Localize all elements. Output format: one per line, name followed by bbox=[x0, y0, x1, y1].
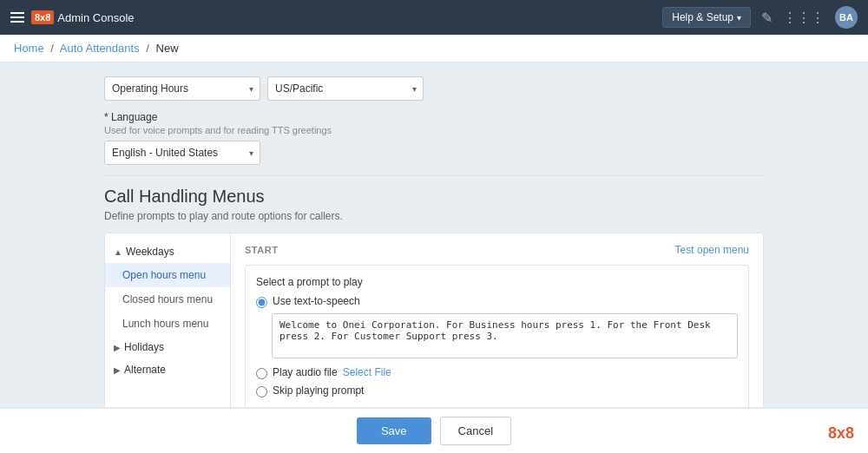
avatar[interactable]: BA bbox=[835, 6, 858, 29]
call-handling-subtitle: Define prompts to play and route options… bbox=[104, 210, 764, 222]
menus-right-panel: START Test open menu Select a prompt to … bbox=[231, 233, 763, 407]
language-label: * Language bbox=[104, 111, 764, 123]
start-bar: START Test open menu bbox=[245, 244, 749, 256]
brand-bottom-right: 8x8 bbox=[828, 424, 854, 443]
alternate-label: Alternate bbox=[124, 364, 166, 376]
tts-option: Use text-to-speech bbox=[256, 295, 738, 308]
brand-label: Admin Console bbox=[57, 11, 134, 24]
timezone-select[interactable]: US/Pacific bbox=[267, 76, 424, 101]
tts-label: Use text-to-speech bbox=[273, 295, 360, 307]
help-setup-label: Help & Setup bbox=[672, 11, 733, 23]
chevron-right-icon: ▶ bbox=[114, 365, 121, 375]
select-file-link[interactable]: Select File bbox=[343, 366, 391, 378]
prompt-title: Select a prompt to play bbox=[256, 276, 738, 288]
operating-hours-row: Operating Hours ▾ US/Pacific ▾ bbox=[104, 76, 764, 101]
top-navigation: 8x8 Admin Console Help & Setup ▾ ✎ ⋮⋮⋮ B… bbox=[0, 0, 868, 35]
language-section: * Language Used for voice prompts and fo… bbox=[104, 111, 764, 165]
edit-icon[interactable]: ✎ bbox=[761, 10, 773, 26]
call-handling-title: Call Handling Menus bbox=[104, 187, 764, 207]
section-divider bbox=[104, 175, 764, 176]
grid-icon[interactable]: ⋮⋮⋮ bbox=[783, 10, 825, 26]
language-select[interactable]: English - United States bbox=[104, 141, 260, 165]
brand: 8x8 Admin Console bbox=[31, 10, 135, 24]
breadcrumb-sep-1: / bbox=[50, 42, 54, 55]
closed-hours-menu-item[interactable]: Closed hours menu bbox=[105, 287, 230, 312]
brand-logo: 8x8 bbox=[31, 10, 54, 24]
chevron-up-icon: ▲ bbox=[114, 247, 122, 257]
menus-sidebar: ▲ Weekdays Open hours menu Closed hours … bbox=[105, 233, 231, 407]
chevron-down-icon: ▾ bbox=[737, 13, 741, 23]
breadcrumb-sep-2: / bbox=[146, 42, 149, 55]
tts-radio[interactable] bbox=[256, 297, 267, 308]
operating-hours-select[interactable]: Operating Hours bbox=[104, 76, 260, 101]
alternate-section-header[interactable]: ▶ Alternate bbox=[105, 358, 230, 381]
timezone-select-wrapper: US/Pacific ▾ bbox=[267, 76, 424, 101]
test-open-menu-link[interactable]: Test open menu bbox=[675, 244, 749, 256]
cancel-button[interactable]: Cancel bbox=[440, 417, 511, 445]
menus-panel: ▲ Weekdays Open hours menu Closed hours … bbox=[104, 233, 764, 407]
skip-label: Skip playing prompt bbox=[273, 384, 364, 397]
language-hint: Used for voice prompts and for reading T… bbox=[104, 125, 764, 135]
start-label: START bbox=[245, 245, 278, 255]
skip-radio[interactable] bbox=[256, 386, 267, 397]
tts-textarea[interactable] bbox=[272, 313, 738, 358]
prompt-box: Select a prompt to play Use text-to-spee… bbox=[245, 265, 749, 407]
audio-option: Play audio file Select File bbox=[256, 366, 738, 379]
help-setup-button[interactable]: Help & Setup ▾ bbox=[662, 7, 751, 28]
open-hours-menu-item[interactable]: Open hours menu bbox=[105, 263, 230, 287]
breadcrumb: Home / Auto Attendants / New bbox=[0, 35, 868, 62]
audio-label: Play audio file bbox=[273, 366, 338, 378]
holidays-section-header[interactable]: ▶ Holidays bbox=[105, 336, 230, 358]
breadcrumb-home[interactable]: Home bbox=[14, 42, 44, 55]
chevron-right-icon: ▶ bbox=[114, 343, 121, 352]
operating-hours-select-wrapper: Operating Hours ▾ bbox=[104, 76, 260, 101]
weekdays-section-header[interactable]: ▲ Weekdays bbox=[105, 240, 230, 263]
nav-right: Help & Setup ▾ ✎ ⋮⋮⋮ BA bbox=[662, 6, 858, 29]
skip-option: Skip playing prompt bbox=[256, 384, 738, 397]
language-select-wrapper: English - United States ▾ bbox=[104, 141, 260, 165]
call-handling-section: Call Handling Menus Define prompts to pl… bbox=[104, 187, 764, 407]
lunch-hours-menu-item[interactable]: Lunch hours menu bbox=[105, 312, 230, 336]
footer: Save Cancel bbox=[0, 408, 868, 453]
weekdays-label: Weekdays bbox=[126, 246, 174, 258]
audio-radio[interactable] bbox=[256, 368, 267, 379]
save-button[interactable]: Save bbox=[357, 417, 431, 444]
nav-left: 8x8 Admin Console bbox=[10, 10, 135, 24]
main-content: Operating Hours ▾ US/Pacific ▾ * Languag… bbox=[0, 62, 868, 407]
hamburger-menu-icon[interactable] bbox=[10, 12, 24, 23]
breadcrumb-current: New bbox=[156, 42, 179, 55]
breadcrumb-auto-attendants[interactable]: Auto Attendants bbox=[60, 42, 140, 55]
holidays-label: Holidays bbox=[124, 341, 164, 353]
